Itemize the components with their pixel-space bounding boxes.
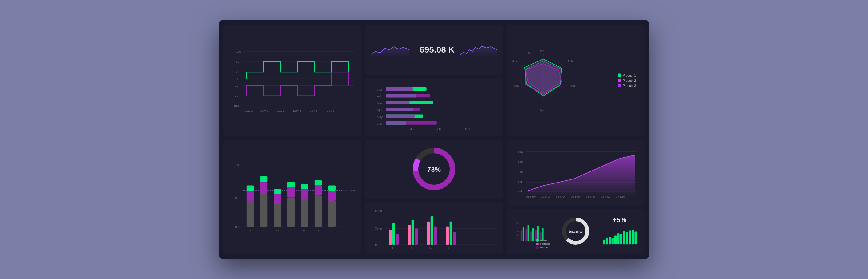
- hbar-x-0: 0: [386, 128, 388, 131]
- mb-x-00: 00: [391, 246, 394, 249]
- y-label-20: 20: [236, 70, 240, 73]
- svg-rect-18: [386, 108, 420, 111]
- svg-rect-39: [247, 190, 254, 201]
- svg-rect-50: [301, 199, 308, 227]
- product3-dot: [618, 84, 621, 87]
- hbar-y-mar: Mar: [377, 102, 382, 105]
- svg-rect-19: [386, 115, 414, 118]
- legend-planning: Planning: [536, 242, 550, 245]
- svg-rect-73: [434, 226, 437, 245]
- al-y-50k: 50k: [518, 150, 523, 153]
- mb-x-12: 12: [429, 246, 432, 249]
- y-label-minus100: -100: [232, 104, 239, 108]
- budget-dot: [536, 246, 539, 249]
- sbar-x-m: M: [249, 228, 251, 232]
- svg-rect-65: [389, 230, 392, 244]
- avg-label: Average: [345, 189, 355, 192]
- hbar-x-mid: 40: [410, 128, 414, 131]
- horizontal-bar-card: Jan Feb Mar Apr May Jun: [365, 78, 503, 136]
- mb-y-0: 0 h: [375, 243, 379, 246]
- x-label-day6: Day 6: [327, 109, 335, 112]
- area-value: 695.08 K: [420, 45, 455, 55]
- small-donut-wrap: $56,356.00: [560, 216, 591, 248]
- al-y-20k: 20k: [518, 180, 523, 184]
- mini-bar-chart: 60 m 30 m 0 h: [368, 205, 500, 251]
- svg-rect-52: [301, 184, 308, 189]
- stacked-bar-chart: 10 h 5 h 0 h Average: [228, 144, 357, 250]
- radar-legend: Product 1 Product 2 Product 3: [618, 73, 636, 87]
- mb-x-18: 18: [448, 246, 452, 249]
- radar-chart: Jan Feb Mar Apr May Jun Jul: [511, 48, 579, 113]
- legend-actual: Actual: [536, 239, 550, 242]
- area-small-chart-right: [459, 41, 499, 59]
- svg-rect-68: [408, 225, 411, 245]
- budget-label: Budget: [540, 246, 548, 249]
- radar-feb: Feb: [568, 60, 573, 63]
- area-small-chart: [369, 41, 412, 59]
- radar-legend-product1: Product 1: [618, 73, 636, 77]
- svg-rect-66: [393, 223, 395, 245]
- step-line-chart: 100 60 20 0 -20 -60 -100 Day 1 Day 2 Day…: [228, 29, 357, 132]
- svg-rect-71: [427, 221, 430, 244]
- sbar-y-10: 10 h: [235, 163, 241, 167]
- legend-budget: Budget: [536, 246, 550, 249]
- donut-percent: 73%: [427, 166, 441, 174]
- planning-label: Planning: [540, 242, 550, 245]
- svg-rect-67: [396, 234, 399, 245]
- sbar-x-s1: S: [317, 228, 319, 232]
- y-label-minus60: -60: [234, 94, 239, 97]
- area-large-chart: 50k 40k 30k 20k 10k: [511, 143, 640, 203]
- svg-rect-103: [623, 231, 625, 244]
- svg-rect-106: [631, 230, 634, 244]
- svg-rect-97: [606, 238, 608, 244]
- growth-value: +5%: [613, 216, 626, 224]
- hbar-y-apr: Apr: [377, 108, 382, 112]
- sbar-y-0: 0 h: [235, 225, 240, 228]
- radar-apr: Apr: [539, 109, 544, 112]
- mb-y-30: 30 m: [375, 226, 382, 230]
- product1-label: Product 1: [623, 73, 636, 77]
- area-large-group: 50k 40k 30k 20k 10k: [507, 140, 645, 254]
- svg-rect-45: [274, 194, 281, 204]
- dashboard: 100 60 20 0 -20 -60 -100 Day 1 Day 2 Day…: [219, 20, 649, 259]
- al-y-30k: 30k: [518, 170, 523, 174]
- x-label-day4: Day 4: [293, 109, 301, 112]
- svg-rect-101: [617, 233, 619, 244]
- al-x-04nov: 04 Nov: [571, 195, 581, 198]
- al-y-10k: 10k: [518, 189, 523, 193]
- hbar-y-jan: Jan: [377, 88, 382, 91]
- svg-rect-88: [532, 228, 534, 241]
- sbar-x-w: W: [276, 228, 279, 232]
- svg-marker-8: [460, 46, 497, 58]
- svg-rect-87: [530, 232, 532, 241]
- svg-rect-74: [446, 226, 449, 245]
- sb-y-2k: $2k: [517, 234, 519, 236]
- area-value-card: 695.08 K: [365, 25, 503, 75]
- svg-rect-85: [526, 229, 527, 241]
- small-bar-legend: Actual Planning Budget: [536, 239, 550, 249]
- sb-y-3k: $3k: [517, 231, 519, 232]
- stacked-bar-card: 10 h 5 h 0 h Average: [223, 140, 361, 254]
- svg-rect-48: [287, 187, 294, 197]
- radar-chart-card: Jan Feb Mar Apr May Jun Jul: [507, 25, 645, 136]
- svg-rect-69: [411, 220, 414, 245]
- y-label-100: 100: [236, 50, 241, 53]
- small-bar-card: $5k $4k $3k $2k $1k: [511, 212, 553, 251]
- y-label-0: 0: [236, 77, 238, 80]
- svg-rect-58: [328, 185, 336, 190]
- sbar-x-t2: T: [290, 228, 291, 232]
- svg-rect-17: [386, 101, 409, 104]
- svg-rect-42: [260, 182, 268, 194]
- actual-label: Actual: [540, 239, 547, 242]
- svg-rect-43: [260, 176, 268, 182]
- al-x-07nov: 07 Nov: [616, 195, 625, 198]
- product2-label: Product 2: [623, 79, 636, 82]
- hbar-y-may: May: [377, 115, 382, 118]
- svg-rect-98: [609, 237, 611, 244]
- svg-rect-76: [453, 232, 456, 245]
- x-label-day3: Day 3: [277, 109, 285, 112]
- svg-rect-49: [287, 182, 294, 187]
- svg-rect-16: [386, 94, 430, 97]
- sb-y-1k: $1k: [517, 238, 519, 240]
- svg-rect-104: [626, 232, 628, 244]
